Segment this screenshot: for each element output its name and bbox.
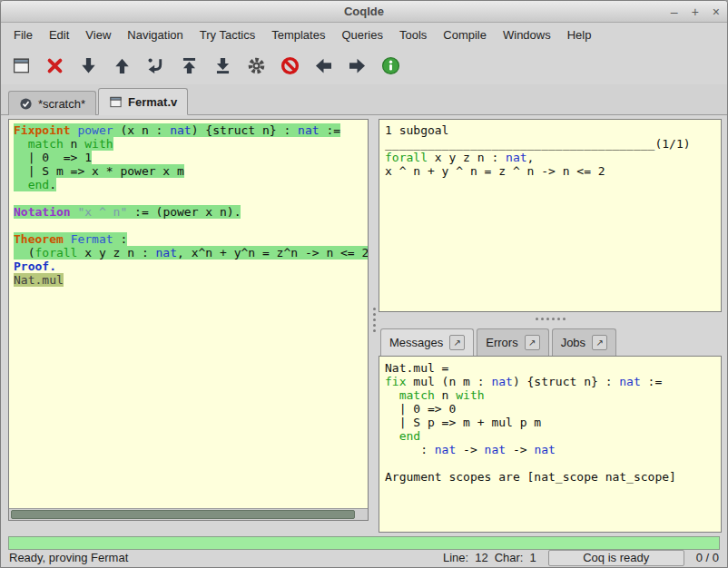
code-editor[interactable]: Fixpoint power (x n : nat) {struct n} : …	[9, 120, 368, 508]
right-column: 1 subgoal_______________________________…	[379, 119, 722, 533]
menu-templates[interactable]: Templates	[263, 24, 333, 45]
titlebar[interactable]: CoqIde – + ×	[1, 1, 727, 23]
coq-status-text: Coq is ready	[583, 551, 649, 564]
horizontal-scrollbar[interactable]	[9, 508, 368, 520]
detach-errors-button[interactable]: ↗	[525, 335, 540, 350]
info-icon	[381, 56, 400, 75]
arrow-up-icon	[113, 56, 132, 75]
menu-windows[interactable]: Windows	[495, 24, 559, 45]
file-icon	[109, 95, 123, 109]
detach-icon: ↗	[454, 338, 461, 348]
close-button[interactable]: ×	[713, 5, 720, 18]
scrollbar-thumb[interactable]	[11, 510, 355, 519]
menu-tools[interactable]: Tools	[391, 24, 435, 45]
messages-tabbar: Messages ↗ Errors ↗ Jobs ↗	[379, 325, 722, 356]
arrow-left-icon	[314, 56, 333, 75]
scratch-icon	[19, 97, 33, 111]
tab-jobs[interactable]: Jobs ↗	[552, 328, 616, 356]
status-counter: 0 / 0	[696, 551, 719, 564]
tab-scratch[interactable]: *scratch*	[8, 91, 96, 115]
coq-status-box: Coq is ready	[548, 550, 684, 566]
menu-navigation[interactable]: Navigation	[119, 24, 191, 45]
menubar: File Edit View Navigation Try Tactics Te…	[1, 23, 727, 46]
editor-tabbar: *scratch* Fermat.v	[1, 84, 727, 115]
step-forward-button[interactable]	[77, 54, 100, 77]
tab-label: Jobs	[561, 336, 585, 349]
messages-notebook: Messages ↗ Errors ↗ Jobs ↗ Nat.mul =fix …	[379, 325, 722, 533]
tab-label: Fermat.v	[128, 95, 177, 109]
go-to-cursor-icon	[146, 56, 165, 75]
detach-messages-button[interactable]: ↗	[449, 335, 465, 350]
tab-errors[interactable]: Errors ↗	[477, 328, 548, 356]
tab-label: *scratch*	[38, 97, 85, 111]
char-label: Char:	[495, 551, 524, 564]
menu-help[interactable]: Help	[559, 24, 600, 45]
menu-edit[interactable]: Edit	[41, 24, 77, 45]
about-button[interactable]	[379, 54, 402, 77]
detach-jobs-button[interactable]: ↗	[592, 335, 607, 350]
close-icon	[45, 56, 64, 75]
line-label: Line:	[443, 551, 468, 564]
next-button[interactable]	[346, 54, 369, 77]
arrow-right-icon	[348, 56, 367, 75]
toolbar	[1, 46, 727, 84]
go-to-cursor-button[interactable]	[144, 54, 167, 77]
menu-queries[interactable]: Queries	[333, 24, 391, 45]
window-controls: – + ×	[671, 1, 720, 23]
minimize-button[interactable]: –	[671, 5, 678, 18]
maximize-button[interactable]: +	[692, 5, 699, 18]
gear-icon	[247, 56, 266, 75]
menu-file[interactable]: File	[5, 24, 41, 45]
editor-pane: Fixpoint power (x n : nat) {struct n} : …	[8, 119, 369, 521]
go-to-end-button[interactable]	[212, 54, 234, 77]
arrow-to-bottom-icon	[213, 56, 232, 75]
fully-check-button[interactable]	[245, 54, 268, 77]
save-button[interactable]	[10, 54, 33, 77]
char-value: 1	[529, 551, 536, 564]
arrow-down-icon	[79, 56, 98, 75]
coqide-window: CoqIde – + × File Edit View Navigation T…	[0, 0, 728, 568]
window-title: CoqIde	[344, 5, 384, 18]
messages-panel[interactable]: Nat.mul =fix mul (n m : nat) {struct n} …	[379, 356, 722, 533]
step-backward-button[interactable]	[111, 54, 133, 77]
menu-compile[interactable]: Compile	[435, 24, 495, 45]
arrow-to-top-icon	[180, 56, 199, 75]
tab-label: Errors	[486, 336, 517, 349]
detach-icon: ↗	[595, 338, 603, 348]
previous-button[interactable]	[312, 54, 335, 77]
vertical-splitter[interactable]	[369, 119, 379, 521]
tab-messages[interactable]: Messages ↗	[380, 328, 474, 356]
statusbar: Ready, proving Fermat Line: 12 Char: 1 C…	[1, 548, 727, 567]
tab-fermat[interactable]: Fermat.v	[98, 88, 188, 115]
save-icon	[12, 56, 31, 75]
goal-panel[interactable]: 1 subgoal_______________________________…	[379, 119, 722, 312]
go-to-start-button[interactable]	[178, 54, 201, 77]
menu-try-tactics[interactable]: Try Tactics	[192, 24, 263, 45]
menu-view[interactable]: View	[77, 24, 119, 45]
close-buffer-button[interactable]	[44, 54, 66, 77]
detach-icon: ↗	[528, 338, 536, 348]
tab-label: Messages	[389, 336, 443, 349]
line-value: 12	[475, 551, 487, 564]
status-message: Ready, proving Fermat	[9, 551, 443, 564]
main-area: Fixpoint power (x n : nat) {struct n} : …	[8, 115, 722, 533]
status-right: Line: 12 Char: 1 Coq is ready 0 / 0	[443, 550, 719, 566]
interrupt-button[interactable]	[279, 54, 301, 77]
horizontal-splitter[interactable]	[379, 312, 722, 325]
no-entry-icon	[280, 56, 300, 75]
